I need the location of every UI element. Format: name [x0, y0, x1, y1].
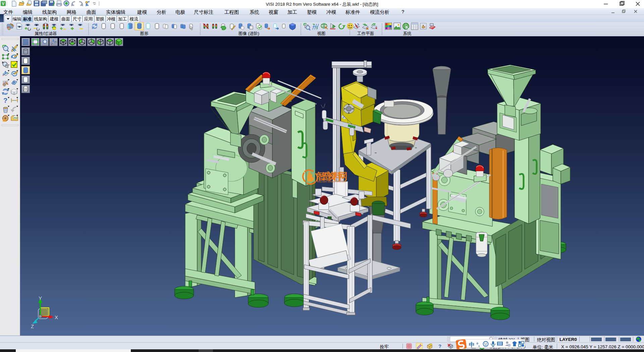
svg-text:图像 (进阶): 图像 (进阶) — [238, 31, 259, 36]
svg-text:X: X — [55, 314, 58, 320]
svg-text:系统: 系统 — [403, 31, 412, 36]
svg-text:智造资料网: 智造资料网 — [316, 171, 347, 181]
svg-text:工作平面: 工作平面 — [357, 31, 374, 36]
svg-text:Z: Z — [31, 323, 34, 329]
svg-text:?: ? — [3, 97, 7, 104]
svg-text:视图: 视图 — [317, 31, 326, 36]
svg-text:图形: 图形 — [140, 31, 149, 36]
svg-text:中: 中 — [469, 342, 475, 348]
svg-text:INTELLIGENT MANUFACTURING DATA: INTELLIGENT MANUFACTURING DATA — [317, 180, 346, 183]
svg-text:属性/过滤器: 属性/过滤器 — [35, 31, 57, 36]
svg-text:Y: Y — [39, 295, 42, 301]
svg-text:°,: °, — [476, 342, 480, 347]
